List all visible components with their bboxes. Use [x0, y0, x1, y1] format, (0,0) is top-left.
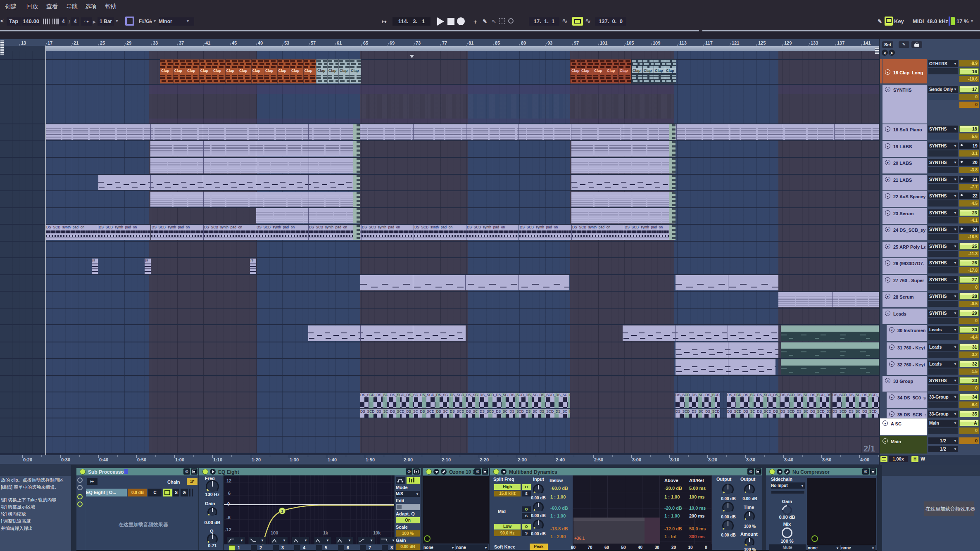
- svg-text:1: 1: [281, 509, 283, 513]
